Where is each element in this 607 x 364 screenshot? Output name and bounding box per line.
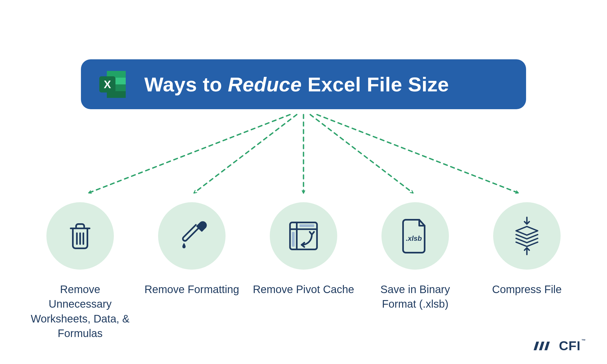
diagram-canvas: X Ways to Reduce Excel File Size bbox=[0, 0, 607, 364]
item-remove-worksheets: Remove Unnecessary Worksheets, Data, & F… bbox=[28, 202, 133, 341]
item-label: Compress File bbox=[492, 282, 562, 297]
pivot-icon bbox=[286, 218, 321, 253]
xlsb-file-icon: .xlsb bbox=[399, 217, 431, 255]
svg-line-6 bbox=[194, 115, 297, 193]
cfi-logo-text: CFI™ bbox=[559, 338, 586, 353]
svg-rect-16 bbox=[299, 224, 314, 227]
item-circle bbox=[493, 202, 561, 270]
item-label: Save in Binary Format (.xlsb) bbox=[363, 282, 468, 311]
dropper-icon bbox=[176, 220, 208, 252]
items-row: Remove Unnecessary Worksheets, Data, & F… bbox=[28, 202, 579, 341]
item-remove-formatting: Remove Formatting bbox=[139, 202, 244, 341]
svg-line-9 bbox=[317, 115, 518, 193]
cfi-logo-mark bbox=[533, 339, 554, 352]
svg-rect-17 bbox=[292, 232, 295, 247]
item-remove-pivot-cache: Remove Pivot Cache bbox=[251, 202, 356, 341]
item-circle bbox=[270, 202, 337, 270]
compress-icon bbox=[509, 216, 544, 256]
item-circle bbox=[46, 202, 114, 270]
trash-icon bbox=[64, 220, 96, 252]
svg-line-5 bbox=[89, 115, 290, 193]
item-compress-file: Compress File bbox=[474, 202, 579, 341]
item-label: Remove Unnecessary Worksheets, Data, & F… bbox=[28, 282, 133, 341]
item-save-binary: .xlsb Save in Binary Format (.xlsb) bbox=[363, 202, 468, 341]
item-label: Remove Pivot Cache bbox=[253, 282, 354, 297]
cfi-logo: CFI™ bbox=[533, 338, 586, 353]
svg-line-8 bbox=[310, 115, 413, 193]
item-circle: .xlsb bbox=[381, 202, 449, 270]
item-circle bbox=[158, 202, 226, 270]
item-label: Remove Formatting bbox=[144, 282, 239, 297]
file-ext-text: .xlsb bbox=[406, 234, 422, 242]
